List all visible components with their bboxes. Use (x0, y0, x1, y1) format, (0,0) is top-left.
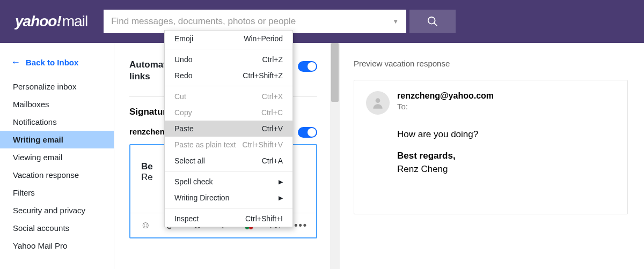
sidebar-item-personalize[interactable]: Personalize inbox (0, 78, 114, 95)
sidebar-item-notifications[interactable]: Notifications (0, 113, 114, 131)
sidebar-item-mailboxes[interactable]: Mailboxes (0, 95, 114, 113)
person-icon (371, 96, 385, 110)
auto-link-title: Automat links (129, 59, 166, 83)
top-bar: yahoo!mail ▼ (0, 0, 644, 43)
scrollbar-track[interactable] (330, 43, 340, 269)
ctx-copy[interactable]: CopyCtrl+C (165, 104, 292, 121)
ctx-cut[interactable]: CutCtrl+X (165, 88, 292, 104)
chevron-down-icon[interactable]: ▼ (392, 18, 399, 25)
ctx-inspect[interactable]: InspectCtrl+Shift+I (165, 211, 292, 227)
signature-account-label: renzcheng (129, 127, 170, 136)
signature-toggle[interactable] (298, 127, 317, 138)
preview-body: How are you doing? Best regards, Renz Ch… (366, 128, 616, 176)
ctx-separator (165, 86, 292, 86)
yahoo-mail-logo: yahoo!mail (15, 13, 87, 30)
settings-sidebar: ← Back to Inbox Personalize inbox Mailbo… (0, 43, 114, 269)
chevron-right-icon: ▶ (279, 178, 283, 185)
back-to-inbox-label: Back to Inbox (26, 58, 78, 67)
preview-sender-name: Renz Cheng (397, 162, 616, 176)
ctx-separator (165, 49, 292, 49)
sidebar-item-vacation-response[interactable]: Vacation response (0, 166, 114, 184)
ctx-redo[interactable]: RedoCtrl+Shift+Z (165, 68, 292, 84)
preview-label: Preview vacation response (354, 59, 628, 68)
scrollbar-thumb[interactable] (331, 43, 339, 102)
svg-line-1 (434, 23, 437, 26)
ctx-emoji[interactable]: EmojiWin+Period (165, 31, 292, 47)
ctx-paste[interactable]: PasteCtrl+V (165, 121, 292, 137)
svg-point-0 (428, 17, 435, 24)
sidebar-item-filters[interactable]: Filters (0, 184, 114, 201)
preview-card: renzcheng@yahoo.com To: How are you doin… (354, 80, 628, 214)
ctx-undo[interactable]: UndoCtrl+Z (165, 51, 292, 68)
svg-point-2 (376, 98, 380, 103)
ctx-separator (165, 171, 292, 171)
chevron-right-icon: ▶ (279, 195, 283, 201)
preview-from-email: renzcheng@yahoo.com (397, 91, 494, 101)
ctx-spell-check[interactable]: Spell check▶ (165, 174, 292, 190)
sidebar-item-pro[interactable]: Yahoo Mail Pro (0, 237, 114, 255)
search-input[interactable] (111, 16, 388, 27)
ctx-paste-plain[interactable]: Paste as plain textCtrl+Shift+V (165, 137, 292, 153)
more-icon[interactable]: ••• (294, 220, 308, 231)
preview-signoff: Best regards, (397, 149, 616, 163)
context-menu[interactable]: EmojiWin+Period UndoCtrl+Z RedoCtrl+Shif… (164, 30, 293, 227)
sidebar-item-writing-email[interactable]: Writing email (0, 131, 114, 148)
search-icon (427, 16, 438, 27)
ctx-writing-direction[interactable]: Writing Direction▶ (165, 190, 292, 206)
ctx-select-all[interactable]: Select allCtrl+A (165, 153, 292, 169)
sidebar-item-social[interactable]: Social accounts (0, 219, 114, 237)
emoji-icon[interactable]: ☺ (139, 220, 152, 231)
preview-to-label: To: (397, 102, 494, 111)
auto-link-toggle[interactable] (298, 61, 317, 72)
arrow-left-icon: ← (11, 57, 20, 68)
back-to-inbox-link[interactable]: ← Back to Inbox (0, 55, 114, 78)
avatar (366, 91, 390, 115)
sidebar-item-security[interactable]: Security and privacy (0, 201, 114, 219)
preview-pane: Preview vacation response renzcheng@yaho… (340, 43, 644, 269)
search-button[interactable] (409, 10, 456, 33)
sidebar-item-viewing-email[interactable]: Viewing email (0, 148, 114, 166)
ctx-separator (165, 208, 292, 208)
preview-greeting: How are you doing? (397, 128, 616, 141)
settings-main: Automat links Signatur renzcheng Be Re ☺ (114, 43, 644, 269)
